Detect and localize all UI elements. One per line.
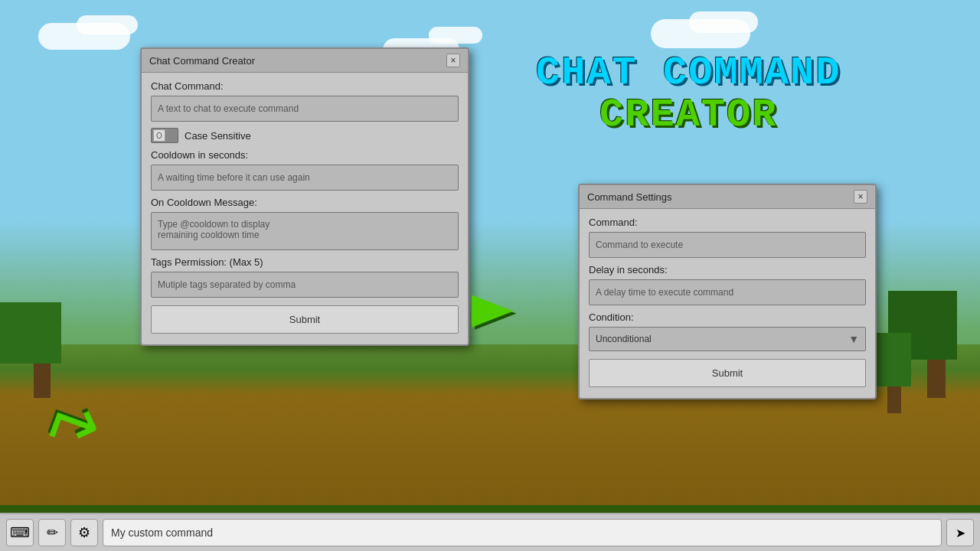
- gear-icon-button[interactable]: ⚙: [70, 519, 98, 546]
- ground-dark: [0, 505, 980, 513]
- cooldown-input[interactable]: A waiting time before it can use again: [151, 165, 459, 191]
- cloud-6: [689, 11, 758, 33]
- tree-3: [877, 333, 911, 413]
- chat-command-label: Chat Command:: [151, 80, 459, 92]
- toggle-knob: O: [153, 129, 165, 142]
- cooldown-label: Cooldown in seconds:: [151, 149, 459, 161]
- dialog-right-titlebar: Command Settings ×: [580, 185, 875, 209]
- condition-value: Unconditional: [596, 334, 652, 344]
- case-sensitive-label: Case Sensitive: [185, 130, 251, 142]
- pencil-icon-button[interactable]: ✏: [38, 519, 66, 546]
- condition-label: Condition:: [589, 311, 866, 323]
- left-submit-button[interactable]: Submit: [151, 305, 459, 334]
- tree-2: [915, 291, 957, 398]
- command-settings-dialog: Command Settings × Command: Command to e…: [578, 184, 877, 399]
- case-sensitive-row: O Case Sensitive: [151, 128, 459, 143]
- title-line2: CREATOR: [536, 93, 841, 137]
- tags-input[interactable]: Mutiple tags separated by comma: [151, 272, 459, 298]
- delay-label: Delay in seconds:: [589, 264, 866, 276]
- keyboard-icon-button[interactable]: ⌨: [6, 519, 34, 546]
- gear-icon: ⚙: [78, 524, 90, 541]
- keyboard-icon: ⌨: [10, 524, 30, 541]
- command-label: Command:: [589, 217, 866, 228]
- dialog-right-body: Command: Command to execute Delay in sec…: [580, 209, 875, 398]
- tags-label: Tags Permission: (Max 5): [151, 256, 459, 268]
- dialog-left-close[interactable]: ×: [446, 54, 460, 67]
- cloud-2: [77, 15, 138, 34]
- toolbar-text-display[interactable]: My custom command: [103, 519, 942, 546]
- dropdown-arrow-icon: ▼: [848, 333, 859, 345]
- pencil-icon: ✏: [47, 524, 58, 541]
- dialog-left-titlebar: Chat Command Creator ×: [142, 49, 468, 73]
- on-cooldown-label: On Cooldown Message:: [151, 197, 459, 208]
- case-sensitive-toggle[interactable]: O: [151, 128, 178, 143]
- chat-command-input[interactable]: A text to chat to execute command: [151, 96, 459, 122]
- toolbar: ⌨ ✏ ⚙ My custom command ➤: [0, 513, 980, 551]
- dialog-right-close[interactable]: ×: [854, 190, 867, 204]
- arrow-right: ▶: [472, 283, 514, 332]
- right-submit-button[interactable]: Submit: [589, 359, 866, 387]
- cloud-4: [429, 27, 482, 44]
- title-line1: CHAT COMMAND: [536, 54, 841, 93]
- condition-dropdown[interactable]: Unconditional ▼: [589, 327, 866, 351]
- dialog-left-title: Chat Command Creator: [149, 55, 255, 67]
- send-button[interactable]: ➤: [946, 519, 974, 546]
- delay-input[interactable]: A delay time to execute command: [589, 279, 866, 305]
- command-input[interactable]: Command to execute: [589, 232, 866, 258]
- send-icon: ➤: [956, 526, 965, 540]
- toolbar-input-value: My custom command: [111, 527, 213, 539]
- dialog-right-title: Command Settings: [587, 191, 672, 203]
- chat-command-creator-dialog: Chat Command Creator × Chat Command: A t…: [140, 47, 469, 346]
- dialog-left-body: Chat Command: A text to chat to execute …: [142, 73, 468, 344]
- on-cooldown-input[interactable]: Type @cooldown to display remaining cool…: [151, 212, 459, 250]
- title-banner: CHAT COMMAND CREATOR: [536, 54, 841, 137]
